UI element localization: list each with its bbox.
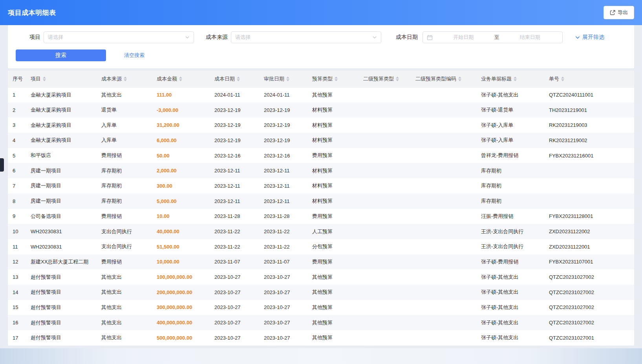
table-cell: 材料预算 — [307, 178, 358, 194]
cost-detail-table-panel: 序号项目成本来源成本金额成本日期审批日期预算类型二级预算类型二级预算类型编码业务… — [8, 71, 634, 346]
table-cell: 2023-11-22 — [210, 239, 259, 254]
table-cell: 其他支出 — [97, 300, 152, 315]
table-header-row: 序号项目成本来源成本金额成本日期审批日期预算类型二级预算类型二级预算类型编码业务… — [8, 71, 634, 87]
project-select[interactable]: 请选择 — [44, 31, 194, 43]
table-cell: 2023-10-27 — [259, 269, 307, 285]
table-cell: 2023-12-16 — [210, 148, 259, 163]
table-cell: RK20231219002 — [544, 133, 634, 148]
table-cell: 31,200.00 — [152, 117, 210, 133]
expand-filters-label: 展开筛选 — [582, 34, 604, 41]
table-cell: 超付预警项目 — [26, 330, 97, 346]
table-cell — [544, 194, 634, 209]
table-cell — [358, 178, 411, 194]
column-header-8[interactable]: 二级预算类型 — [358, 71, 411, 87]
table-cell — [358, 269, 411, 285]
column-header-10[interactable]: 业务单据标题 — [476, 71, 544, 87]
table-row[interactable]: 5和平饭店费用报销50.002023-12-162023-12-16费用预算曾祥… — [8, 148, 634, 163]
table-cell: 10 — [8, 224, 26, 239]
column-header-11[interactable]: 单号 — [544, 71, 634, 87]
table-row[interactable]: 9公司备选项目费用报销10.002023-11-282023-11-28费用预算… — [8, 209, 634, 224]
column-header-label: 单号 — [549, 76, 559, 82]
table-row[interactable]: 3金融大厦采购项目入库单31,200.002023-12-192023-12-1… — [8, 117, 634, 133]
table-cell: 7 — [8, 178, 26, 194]
sort-icon[interactable] — [179, 77, 182, 81]
column-header-3[interactable]: 成本来源 — [97, 71, 152, 87]
table-cell: 2023-12-19 — [259, 102, 307, 118]
cost-source-select[interactable]: 请选择 — [231, 31, 381, 43]
calendar-icon — [427, 35, 433, 40]
column-header-4[interactable]: 成本金额 — [152, 71, 210, 87]
column-header-label: 成本金额 — [157, 76, 177, 82]
table-row[interactable]: 1金融大厦采购项目其他支出111.002024-01-112024-01-11其… — [8, 87, 634, 102]
table-row[interactable]: 2金融大厦采购项目退货单-3,000.002023-12-192023-12-1… — [8, 102, 634, 118]
table-cell: QTZC20231027002 — [544, 315, 634, 330]
table-cell: 2023-11-22 — [259, 224, 307, 239]
table-cell — [411, 315, 476, 330]
table-row[interactable]: 16超付预警项目其他支出400,000,000.002023-10-272023… — [8, 315, 634, 330]
table-cell: 2023-12-11 — [259, 163, 307, 178]
column-header-label: 预算类型 — [312, 76, 333, 82]
column-header-9[interactable]: 二级预算类型编码 — [411, 71, 476, 87]
table-cell: 超付预警项目 — [26, 269, 97, 285]
table-row[interactable]: 15超付预警项目其他支出300,000,000.002023-10-272023… — [8, 300, 634, 315]
column-header-2[interactable]: 项目 — [26, 71, 97, 87]
clear-search-link[interactable]: 清空搜索 — [124, 52, 144, 59]
end-date-input[interactable]: 结束日期 — [502, 34, 559, 41]
table-cell: 入库单 — [97, 133, 152, 148]
search-button[interactable]: 搜索 — [16, 49, 106, 61]
table-cell: 费用报销 — [97, 254, 152, 270]
sort-icon[interactable] — [43, 77, 46, 81]
sort-icon[interactable] — [286, 77, 289, 81]
expand-filters-link[interactable]: 展开筛选 — [575, 34, 604, 41]
table-cell: 人工预算 — [307, 224, 358, 239]
sort-icon[interactable] — [458, 77, 461, 81]
sort-icon[interactable] — [514, 77, 517, 81]
table-row[interactable]: 14超付预警项目其他支出200,000,000.002023-10-272023… — [8, 285, 634, 300]
sort-icon[interactable] — [237, 77, 240, 81]
table-row[interactable]: 8房建一期项目库存期初5,000.002023-12-112023-12-11材… — [8, 194, 634, 209]
table-cell: 其他预算 — [307, 300, 358, 315]
table-row[interactable]: 4金融大厦采购项目入库单6,000.002023-12-192023-12-19… — [8, 133, 634, 148]
table-row[interactable]: 10WH20230831支出合同执行40,000.002023-11-22202… — [8, 224, 634, 239]
column-header-5[interactable]: 成本日期 — [210, 71, 259, 87]
table-cell: 2023-10-27 — [210, 269, 259, 285]
sort-icon[interactable] — [124, 77, 127, 81]
column-header-6[interactable]: 审批日期 — [259, 71, 307, 87]
column-header-7[interactable]: 预算类型 — [307, 71, 358, 87]
table-cell: 张子硕-其他支出 — [476, 87, 544, 102]
sort-icon[interactable] — [335, 77, 338, 81]
sort-icon[interactable] — [561, 77, 564, 81]
table-row[interactable]: 6房建一期项目库存期初2,000.002023-12-112023-12-11材… — [8, 163, 634, 178]
table-cell — [544, 178, 634, 194]
table-cell — [358, 194, 411, 209]
table-cell: 2023-10-27 — [259, 285, 307, 300]
column-header-label: 二级预算类型编码 — [415, 76, 456, 82]
side-drawer-handle[interactable] — [0, 158, 4, 172]
chevron-down-icon — [575, 35, 580, 40]
sort-icon[interactable] — [396, 77, 399, 81]
table-row[interactable]: 13超付预警项目其他支出100,000,000.002023-10-272023… — [8, 269, 634, 285]
table-cell: 50.00 — [152, 148, 210, 163]
table-cell: 张子硕-入库单 — [476, 117, 544, 133]
table-cell — [358, 87, 411, 102]
table-cell: 2023-11-22 — [259, 239, 307, 254]
table-cell — [411, 117, 476, 133]
table-cell: 张子硕-入库单 — [476, 133, 544, 148]
table-row[interactable]: 7房建一期项目库存期初300.002023-12-112023-12-11材料预… — [8, 178, 634, 194]
table-cell: 费用预算 — [307, 254, 358, 270]
table-row[interactable]: 17超付预警项目其他支出500,000,000.002023-10-272023… — [8, 330, 634, 346]
table-cell: 张子硕-退货单 — [476, 102, 544, 118]
table-cell — [411, 178, 476, 194]
table-cell: 14 — [8, 285, 26, 300]
table-cell: QTZC20231027002 — [544, 285, 634, 300]
table-cell: 其他支出 — [97, 87, 152, 102]
table-cell: 新建XX总部大厦工程二期 — [26, 254, 97, 270]
export-button[interactable]: 导出 — [604, 6, 634, 19]
start-date-input[interactable]: 开始日期 — [435, 34, 492, 41]
table-row[interactable]: 12新建XX总部大厦工程二期费用报销10,000.002023-11-07202… — [8, 254, 634, 270]
cost-date-range-picker[interactable]: 开始日期 至 结束日期 — [423, 31, 563, 43]
table-row[interactable]: 11WH20230831支出合同执行51,500.002023-11-22202… — [8, 239, 634, 254]
table-cell: 300,000,000.00 — [152, 300, 210, 315]
column-header-label: 序号 — [13, 76, 23, 82]
table-body: 1金融大厦采购项目其他支出111.002024-01-112024-01-11其… — [8, 87, 634, 346]
